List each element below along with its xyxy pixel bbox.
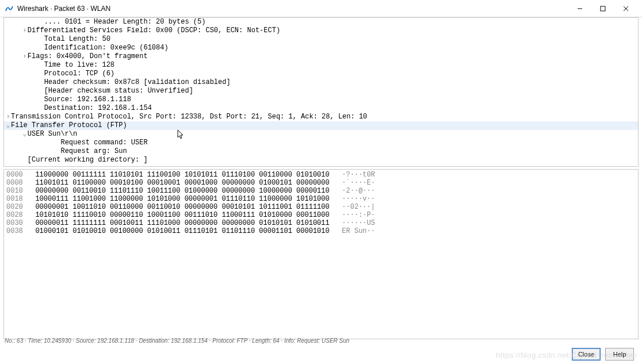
hex-ascii: ·?···t0R <box>330 171 375 179</box>
tree-line-text: Transmission Control Protocol, Src Port:… <box>11 113 367 121</box>
status-bar: No.: 63 · Time: 10.245930 · Source: 192.… <box>3 335 639 346</box>
tree-line[interactable]: Destination: 192.168.1.154 <box>4 104 638 113</box>
hex-row[interactable]: 0008 11001011 01100000 00010100 00010001… <box>6 179 636 187</box>
hex-bytes: 10101010 11110010 00000110 10001100 0011… <box>35 211 329 219</box>
tree-line-text: Destination: 192.168.1.154 <box>44 104 152 112</box>
hex-offset: 0038 <box>6 227 35 235</box>
tree-line-text: USER Sun\r\n <box>28 130 77 138</box>
tree-line-text: Differentiated Services Field: 0x00 (DSC… <box>28 26 280 35</box>
packet-details-pane[interactable]: .... 0101 = Header Length: 20 bytes (5) … <box>3 17 639 167</box>
tree-line-text: Flags: 0x4000, Don't fragment <box>28 52 148 60</box>
tree-line[interactable]: [Current working directory: ] <box>4 156 638 164</box>
hex-ascii: ··02···| <box>330 203 375 211</box>
hex-row[interactable]: 0030 00000011 11111111 00010011 11101000… <box>6 219 636 227</box>
tree-line-text: Time to live: 128 <box>44 61 114 69</box>
tree-line-text: Request command: USER <box>60 139 147 147</box>
minimize-button[interactable] <box>568 1 591 17</box>
hex-offset: 0030 <box>6 219 35 227</box>
hex-bytes: 11000000 00111111 11010101 11100100 1010… <box>35 171 329 179</box>
tree-line[interactable]: Flags: 0x4000, Don't fragment <box>4 52 638 61</box>
svg-rect-1 <box>601 6 605 11</box>
hex-offset: 0000 <box>6 171 35 179</box>
expand-arrow-icon[interactable] <box>5 113 11 121</box>
expand-arrow-icon[interactable] <box>22 52 28 61</box>
help-button-label: Help <box>613 351 626 358</box>
tree-line[interactable]: [Header checksum status: Unverified] <box>4 87 638 95</box>
close-button-label: Close <box>578 351 594 358</box>
hex-bytes: 11001011 01100000 00010100 00010001 0000… <box>35 179 329 187</box>
close-button[interactable]: Close <box>572 348 601 361</box>
hex-ascii: ·2··@··· <box>330 187 375 195</box>
hex-bytes: 00000001 10011010 00110000 00110010 0000… <box>35 203 329 211</box>
tree-line[interactable]: Request command: USER <box>4 139 638 147</box>
titlebar: Wireshark · Packet 63 · WLAN <box>0 0 642 17</box>
close-window-button[interactable] <box>614 1 637 17</box>
expand-arrow-icon[interactable] <box>22 26 28 35</box>
hex-offset: 0018 <box>6 195 35 203</box>
hex-bytes: 01000101 01010010 00100000 01010011 0111… <box>35 227 329 235</box>
hex-ascii: ER Sun·· <box>330 227 375 235</box>
tree-line[interactable]: File Transfer Protocol (FTP) <box>4 121 638 130</box>
hex-row[interactable]: 0010 00000000 00110010 11101110 10011100… <box>6 187 636 195</box>
hex-ascii: ·····v·· <box>330 195 375 203</box>
hex-row[interactable]: 0028 10101010 11110010 00000110 10001100… <box>6 211 636 219</box>
hex-ascii: ····:·P· <box>330 211 375 219</box>
tree-line[interactable]: Time to live: 128 <box>4 61 638 70</box>
hex-bytes: 00000011 11111111 00010011 11101000 0000… <box>35 219 329 227</box>
tree-line-text: Request arg: Sun <box>60 147 127 155</box>
status-text: No.: 63 · Time: 10.245930 · Source: 192.… <box>5 338 349 344</box>
hex-ascii: ·`····E· <box>330 179 375 187</box>
packet-bytes-pane[interactable]: 0000 11000000 00111111 11010101 11100100… <box>3 169 639 339</box>
hex-row[interactable]: 0000 11000000 00111111 11010101 11100100… <box>6 171 636 179</box>
tree-line[interactable]: Source: 192.168.1.118 <box>4 95 638 104</box>
tree-line[interactable]: Protocol: TCP (6) <box>4 70 638 78</box>
tree-line[interactable]: Header checksum: 0x87c8 [validation disa… <box>4 78 638 87</box>
tree-line[interactable]: Identification: 0xee9c (61084) <box>4 44 638 52</box>
tree-line-text: Header checksum: 0x87c8 [validation disa… <box>44 78 231 86</box>
tree-line[interactable]: Total Length: 50 <box>4 35 638 44</box>
hex-bytes: 10000111 11001000 11000000 10101000 0000… <box>35 195 329 203</box>
collapse-arrow-icon[interactable] <box>22 130 28 139</box>
hex-offset: 0010 <box>6 187 35 195</box>
hex-offset: 0008 <box>6 179 35 187</box>
tree-line[interactable]: .... 0101 = Header Length: 20 bytes (5) <box>4 18 638 26</box>
tree-line-text: File Transfer Protocol (FTP) <box>11 121 127 129</box>
collapse-arrow-icon[interactable] <box>5 121 11 130</box>
hex-offset: 0020 <box>6 203 35 211</box>
tree-line-text: Total Length: 50 <box>44 35 110 43</box>
tree-line[interactable]: Transmission Control Protocol, Src Port:… <box>4 113 638 121</box>
tree-line[interactable]: Request arg: Sun <box>4 147 638 156</box>
tree-line-text: Source: 192.168.1.118 <box>44 95 131 104</box>
tree-line-text: [Header checksum status: Unverified] <box>44 87 193 95</box>
tree-line[interactable]: Differentiated Services Field: 0x00 (DSC… <box>4 26 638 35</box>
hex-row[interactable]: 0018 10000111 11001000 11000000 10101000… <box>6 195 636 203</box>
help-button[interactable]: Help <box>605 348 634 361</box>
tree-line[interactable]: USER Sun\r\n <box>4 130 638 139</box>
tree-line-text: Protocol: TCP (6) <box>44 70 114 78</box>
tree-line-text: .... 0101 = Header Length: 20 bytes (5) <box>44 18 206 26</box>
hex-row[interactable]: 0038 01000101 01010010 00100000 01010011… <box>6 227 636 235</box>
hex-offset: 0028 <box>6 211 35 219</box>
maximize-button[interactable] <box>591 1 614 17</box>
hex-row[interactable]: 0020 00000001 10011010 00110000 00110010… <box>6 203 636 211</box>
hex-bytes: 00000000 00110010 11101110 10011100 0100… <box>35 187 329 195</box>
dialog-buttons: Close Help <box>572 348 634 361</box>
tree-line-text: [Current working directory: ] <box>28 156 148 164</box>
wireshark-icon <box>5 4 14 13</box>
hex-ascii: ······US <box>330 219 375 227</box>
tree-line-text: Identification: 0xee9c (61084) <box>44 44 169 52</box>
window-controls <box>568 1 637 17</box>
window-title: Wireshark · Packet 63 · WLAN <box>17 5 568 13</box>
